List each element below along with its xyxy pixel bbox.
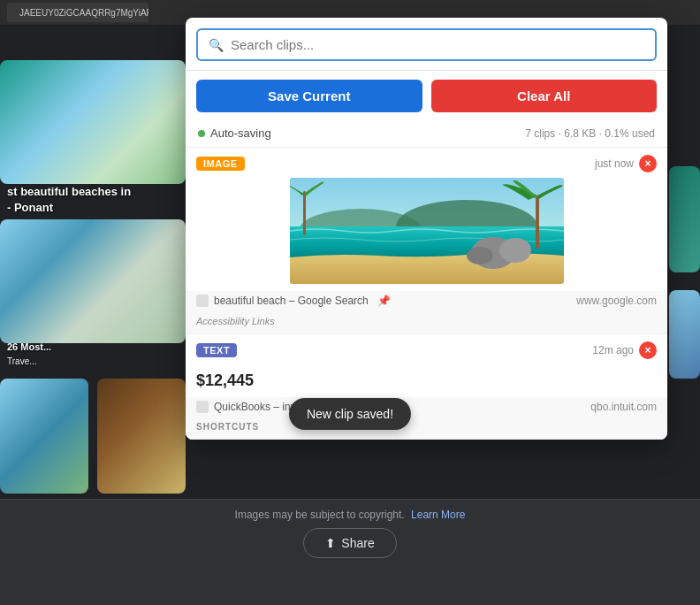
svg-point-5: [499, 238, 531, 263]
search-wrapper: 🔍: [196, 28, 657, 61]
clip-item-text: TEXT 12m ago × $12,445 QuickBooks – invo…: [186, 334, 667, 440]
share-label: Share: [341, 536, 374, 550]
status-bar: Auto-saving 7 clips · 6.8 KB · 0.1% used: [186, 121, 667, 148]
bg-tile-right-2: [669, 290, 700, 379]
search-input[interactable]: [231, 37, 644, 52]
source-favicon-text: [196, 401, 209, 413]
clip-source-text-row: QuickBooks – invoice #1ishj 📌 qbo.intuit…: [186, 397, 667, 418]
clip-time-image: just now ×: [595, 155, 657, 172]
bg-tile-beach-3: [0, 379, 88, 494]
bg-tile-beach-1: [0, 60, 186, 184]
autosave-label: Auto-saving: [210, 126, 271, 140]
svg-point-6: [467, 247, 493, 264]
clip-text-content: $12,445: [186, 364, 667, 397]
clips-stats: 7 clips · 6.8 KB · 0.1% used: [525, 127, 655, 140]
bg-caption-3: Trave...: [7, 356, 37, 366]
clip-item-image: IMAGE just now ×: [186, 148, 667, 334]
bg-caption-2: 26 Most...: [7, 341, 51, 352]
source-url-image: www.google.com: [576, 295, 657, 307]
close-clip-text-button[interactable]: ×: [639, 341, 657, 359]
shortcuts-label: SHORTCUTS: [186, 418, 667, 439]
share-button[interactable]: ⬆ Share: [303, 528, 396, 558]
pin-icon-image: 📌: [377, 295, 391, 307]
clipboard-popup: 🔍 Save Current Clear All Auto-saving 7 c…: [186, 18, 667, 440]
close-clip-image-button[interactable]: ×: [639, 155, 657, 172]
tab-title: JAEEUY0ZiGCAAQRRg7MgYiARBFGD...: [19, 8, 148, 18]
bg-caption-1: st beautiful beaches in - Ponant: [7, 184, 131, 216]
copyright-text: Images may be subject to copyright. Lear…: [235, 509, 466, 521]
share-icon: ⬆: [325, 536, 336, 550]
autosave-indicator: [198, 130, 205, 137]
beach-svg: [290, 178, 564, 284]
bg-tile-desert: [97, 379, 186, 494]
search-icon: 🔍: [209, 38, 224, 52]
source-title-image: beautiful beach – Google Search: [214, 295, 369, 307]
save-current-button[interactable]: Save Current: [196, 80, 422, 112]
clip-time-value-text: 12m ago: [592, 344, 634, 356]
bottom-bar: Images may be subject to copyright. Lear…: [0, 499, 700, 605]
autosave-status: Auto-saving: [198, 126, 271, 140]
clips-list: IMAGE just now ×: [186, 148, 667, 440]
image-badge: IMAGE: [196, 157, 245, 171]
bg-tile-right-1: [669, 166, 700, 272]
clip-header-text: TEXT 12m ago ×: [186, 334, 667, 364]
text-badge: TEXT: [196, 343, 237, 357]
clip-source-image: beautiful beach – Google Search 📌 www.go…: [186, 291, 667, 312]
clip-source-name-image: beautiful beach – Google Search 📌: [196, 295, 391, 307]
svg-rect-8: [303, 191, 306, 235]
search-section: 🔍: [186, 18, 667, 71]
clear-all-button[interactable]: Clear All: [431, 80, 658, 112]
toast-text: New clip saved!: [307, 407, 393, 421]
clip-header-image: IMAGE just now ×: [186, 148, 667, 178]
source-url-text: qbo.intuit.com: [590, 401, 657, 413]
clip-time-text: 12m ago ×: [592, 341, 657, 359]
accessibility-label: Accessibility Links: [186, 312, 667, 333]
clip-image-container: [186, 178, 667, 291]
source-favicon-image: [196, 295, 209, 307]
action-buttons: Save Current Clear All: [186, 71, 667, 121]
browser-tab[interactable]: JAEEUY0ZiGCAAQRRg7MgYiARBFGD...: [7, 3, 148, 22]
toast-notification: New clip saved!: [289, 398, 411, 430]
clip-beach-image: [290, 178, 564, 284]
svg-rect-7: [536, 195, 539, 249]
bg-tile-beach-2: [0, 219, 186, 343]
learn-more-link[interactable]: Learn More: [411, 509, 465, 521]
clip-time-value-image: just now: [595, 157, 634, 170]
